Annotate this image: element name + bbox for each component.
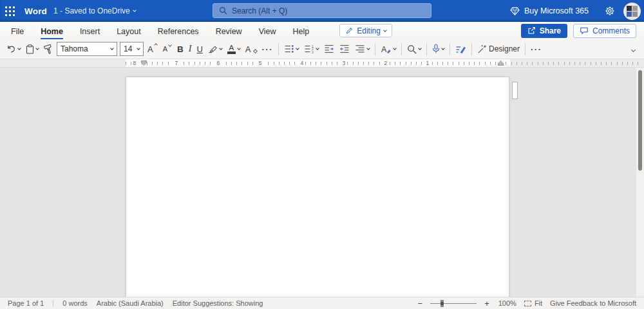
- undo-button[interactable]: [4, 41, 23, 57]
- indent-increase-icon: [324, 44, 334, 54]
- chevron-down-icon: [237, 46, 241, 50]
- eraser-diamond-icon: [252, 48, 257, 53]
- share-label: Share: [540, 26, 561, 35]
- zoom-out-button[interactable]: −: [417, 299, 424, 308]
- tab-layout[interactable]: Layout: [108, 24, 149, 38]
- avatar-tile: [627, 12, 632, 17]
- status-bar: Page 1 of 1 0 words Arabic (Saudi Arabia…: [0, 297, 644, 309]
- zoom-in-button[interactable]: +: [483, 299, 491, 308]
- font-color-button[interactable]: A: [225, 41, 243, 57]
- ribbon-overflow-button[interactable]: ···: [528, 41, 545, 57]
- settings-button[interactable]: [599, 0, 621, 22]
- tab-review[interactable]: Review: [207, 24, 251, 38]
- editing-mode-button[interactable]: Editing: [339, 24, 392, 37]
- zoom-slider[interactable]: [430, 303, 477, 304]
- font-size-select[interactable]: 14: [120, 42, 144, 56]
- document-scrollbar-thumb[interactable]: [512, 82, 518, 99]
- document-page[interactable]: [126, 77, 509, 297]
- undo-icon: [6, 44, 16, 53]
- designer-label: Designer: [489, 44, 520, 53]
- menu-right-actions: Share Comments: [521, 24, 641, 38]
- gear-icon: [605, 6, 615, 16]
- word-count[interactable]: 0 words: [62, 299, 88, 307]
- caret-down-icon: [168, 43, 172, 47]
- format-painter-icon: [44, 44, 53, 54]
- tab-view[interactable]: View: [251, 24, 285, 38]
- ruler-number: 4: [299, 60, 305, 67]
- chevron-down-icon: [35, 46, 39, 50]
- indent-decrease-icon: [339, 44, 350, 54]
- italic-button[interactable]: I: [186, 41, 194, 57]
- grow-font-button[interactable]: A: [145, 41, 160, 57]
- paste-button[interactable]: [23, 41, 41, 57]
- collapse-ribbon-button[interactable]: [627, 43, 640, 55]
- clear-formatting-button[interactable]: A: [243, 41, 260, 57]
- vertical-scrollbar-thumb[interactable]: [638, 70, 642, 171]
- editor-button[interactable]: [453, 41, 469, 57]
- ruler-number: 1: [424, 60, 431, 67]
- font-size-value: 14: [124, 44, 132, 53]
- chevron-down-icon: [383, 28, 387, 32]
- avatar-tile: [632, 6, 638, 11]
- app-launcher-button[interactable]: [0, 0, 19, 22]
- text-highlight-button[interactable]: [205, 41, 225, 57]
- language-indicator[interactable]: Arabic (Saudi Arabia): [97, 299, 164, 307]
- document-title-menu[interactable]: 1 - Saved to OneDrive: [53, 6, 136, 15]
- ruler-number: 7: [173, 60, 180, 67]
- format-painter-button[interactable]: [41, 41, 55, 57]
- chevron-down-icon: [219, 46, 223, 50]
- share-button[interactable]: Share: [521, 24, 567, 38]
- tab-help[interactable]: Help: [285, 24, 318, 38]
- svg-text:3: 3: [312, 50, 314, 54]
- ruler-number: 5: [257, 60, 263, 67]
- divider: [426, 43, 427, 55]
- bullets-button[interactable]: [281, 41, 301, 57]
- avatar-tile: [632, 12, 638, 17]
- dictate-button[interactable]: [430, 41, 447, 57]
- search-input[interactable]: Search (Alt + Q): [213, 3, 431, 18]
- zoom-slider-thumb[interactable]: [440, 300, 444, 307]
- font-name-value: Tahoma: [61, 44, 88, 53]
- decrease-indent-button[interactable]: [337, 41, 352, 57]
- styles-icon: A: [381, 44, 392, 54]
- chevron-down-icon: [137, 46, 140, 50]
- clipboard-icon: [26, 44, 34, 54]
- vertical-scrollbar-track[interactable]: [636, 68, 644, 297]
- underline-button[interactable]: U: [194, 41, 205, 57]
- fit-page-button[interactable]: Fit: [524, 299, 542, 307]
- caret-up-icon: [154, 43, 158, 47]
- buy-microsoft-365-button[interactable]: Buy Microsoft 365: [502, 0, 596, 22]
- tab-references[interactable]: References: [149, 24, 207, 38]
- document-canvas[interactable]: [0, 68, 644, 297]
- horizontal-ruler[interactable]: 8 7 6 5 4 3 2 1: [0, 59, 644, 68]
- font-group-overflow-button[interactable]: ···: [260, 41, 276, 57]
- buy-label: Buy Microsoft 365: [524, 6, 589, 15]
- find-button[interactable]: [404, 41, 424, 57]
- pencil-icon: [345, 26, 354, 35]
- account-avatar[interactable]: [623, 3, 641, 20]
- shrink-font-button[interactable]: A: [160, 41, 175, 57]
- increase-indent-button[interactable]: [321, 41, 337, 57]
- editing-label: Editing: [357, 26, 381, 35]
- font-name-select[interactable]: Tahoma: [57, 42, 117, 56]
- svg-text:A: A: [381, 45, 387, 54]
- numbering-button[interactable]: 123: [301, 41, 321, 57]
- divider: [375, 43, 375, 55]
- zoom-level[interactable]: 100%: [498, 299, 516, 307]
- magic-wand-icon: [477, 44, 487, 54]
- page-indicator[interactable]: Page 1 of 1: [8, 299, 44, 307]
- designer-button[interactable]: Designer: [475, 41, 522, 57]
- comments-button[interactable]: Comments: [573, 24, 636, 38]
- tab-insert[interactable]: Insert: [71, 24, 108, 38]
- tab-file[interactable]: File: [3, 24, 32, 38]
- share-icon: [527, 26, 536, 35]
- styles-button[interactable]: A: [378, 41, 399, 57]
- feedback-link[interactable]: Give Feedback to Microsoft: [550, 299, 636, 307]
- comments-label: Comments: [592, 26, 630, 35]
- bold-button[interactable]: B: [175, 41, 186, 57]
- tab-home[interactable]: Home: [32, 24, 71, 38]
- alignment-button[interactable]: [352, 41, 372, 57]
- editor-suggestions-toggle[interactable]: Editor Suggestions: Showing: [173, 299, 263, 307]
- chevron-down-icon: [133, 8, 137, 12]
- chevron-down-icon: [366, 46, 370, 50]
